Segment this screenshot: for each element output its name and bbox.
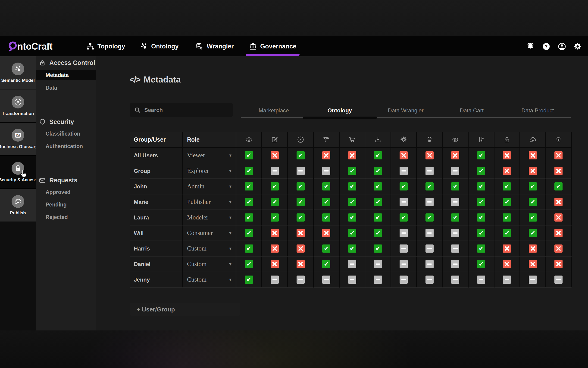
top-nav-item-wrangler[interactable]: Wrangler: [195, 36, 234, 56]
permission-allowed-check[interactable]: [477, 198, 485, 206]
sidebar-item-semantic-model[interactable]: Semantic Model: [0, 56, 36, 90]
permission-not-applicable-dash[interactable]: [271, 276, 279, 284]
role-dropdown-john[interactable]: Admin▾: [183, 179, 236, 194]
top-nav-item-ontology[interactable]: Ontology: [140, 36, 178, 56]
permission-denied-cross[interactable]: [400, 151, 408, 159]
permission-allowed-check[interactable]: [477, 245, 485, 253]
permission-denied-cross[interactable]: [529, 151, 537, 159]
permission-allowed-check[interactable]: [374, 182, 382, 191]
permission-denied-cross[interactable]: [425, 151, 434, 159]
tab-ontology[interactable]: Ontology: [307, 103, 373, 118]
sidebar-subitem-metadata[interactable]: Metadata: [36, 70, 96, 80]
permission-allowed-check[interactable]: [348, 167, 356, 175]
permission-allowed-check[interactable]: [245, 151, 253, 159]
permission-denied-cross[interactable]: [322, 229, 330, 237]
permission-allowed-check[interactable]: [529, 182, 537, 191]
permission-not-applicable-dash[interactable]: [271, 167, 279, 175]
permission-allowed-check[interactable]: [245, 229, 253, 237]
permission-denied-cross[interactable]: [554, 151, 562, 159]
permission-denied-cross[interactable]: [529, 245, 537, 253]
sidebar-subitem-approved[interactable]: Approved: [36, 187, 96, 197]
permission-allowed-check[interactable]: [322, 245, 330, 253]
permission-not-applicable-dash[interactable]: [425, 167, 434, 175]
sidebar-subitem-classification[interactable]: Classification: [36, 129, 96, 138]
help-icon[interactable]: ?: [542, 42, 551, 51]
permission-not-applicable-dash[interactable]: [451, 167, 459, 175]
permission-allowed-check[interactable]: [529, 198, 537, 206]
permission-allowed-check[interactable]: [271, 198, 279, 206]
permission-allowed-check[interactable]: [425, 213, 434, 221]
permission-not-applicable-dash[interactable]: [451, 276, 459, 284]
permission-not-applicable-dash[interactable]: [322, 167, 330, 175]
permission-allowed-check[interactable]: [477, 167, 485, 175]
permission-allowed-check[interactable]: [503, 198, 511, 206]
permission-not-applicable-dash[interactable]: [425, 198, 434, 206]
permission-denied-cross[interactable]: [529, 260, 537, 268]
permission-not-applicable-dash[interactable]: [400, 229, 408, 237]
permission-not-applicable-dash[interactable]: [529, 276, 537, 284]
permission-allowed-check[interactable]: [477, 229, 485, 237]
sidebar-subitem-rejected[interactable]: Rejected: [36, 212, 96, 222]
tab-data-cart[interactable]: Data Cart: [439, 103, 505, 118]
permission-not-applicable-dash[interactable]: [425, 229, 434, 237]
role-dropdown-harris[interactable]: Custom▾: [183, 241, 236, 257]
permission-not-applicable-dash[interactable]: [451, 260, 459, 268]
permission-allowed-check[interactable]: [348, 245, 356, 253]
permission-not-applicable-dash[interactable]: [348, 276, 356, 284]
permission-allowed-check[interactable]: [245, 213, 253, 221]
role-dropdown-daniel[interactable]: Custom▾: [183, 257, 236, 272]
permission-not-applicable-dash[interactable]: [503, 276, 511, 284]
permission-allowed-check[interactable]: [529, 229, 537, 237]
tab-data-product[interactable]: Data Product: [505, 103, 571, 118]
permission-allowed-check[interactable]: [503, 182, 511, 191]
permission-allowed-check[interactable]: [374, 198, 382, 206]
permission-denied-cross[interactable]: [271, 245, 279, 253]
permission-allowed-check[interactable]: [271, 213, 279, 221]
permission-not-applicable-dash[interactable]: [477, 276, 485, 284]
permission-not-applicable-dash[interactable]: [400, 260, 408, 268]
permission-not-applicable-dash[interactable]: [374, 260, 382, 268]
permission-allowed-check[interactable]: [374, 213, 382, 221]
permission-allowed-check[interactable]: [425, 182, 434, 191]
search-input[interactable]: Search: [130, 103, 233, 117]
settings-gear-icon[interactable]: [573, 42, 582, 51]
permission-allowed-check[interactable]: [477, 151, 485, 159]
brand-logo[interactable]: ntoCraft: [7, 36, 53, 56]
permission-allowed-check[interactable]: [322, 213, 330, 221]
role-dropdown-all-users[interactable]: Viewer▾: [183, 148, 236, 163]
role-dropdown-marie[interactable]: Publisher▾: [183, 194, 236, 210]
role-dropdown-jenny[interactable]: Custom▾: [183, 272, 236, 288]
permission-allowed-check[interactable]: [400, 182, 408, 191]
permission-denied-cross[interactable]: [503, 167, 511, 175]
permission-not-applicable-dash[interactable]: [322, 276, 330, 284]
permission-not-applicable-dash[interactable]: [451, 229, 459, 237]
permission-not-applicable-dash[interactable]: [400, 167, 408, 175]
permission-denied-cross[interactable]: [271, 229, 279, 237]
role-dropdown-laura[interactable]: Modeler▾: [183, 210, 236, 225]
sidebar-subitem-data[interactable]: Data: [36, 83, 96, 93]
role-dropdown-will[interactable]: Consumer▾: [183, 225, 236, 241]
permission-allowed-check[interactable]: [297, 213, 305, 221]
sidebar-item-business-glossary[interactable]: AaBusiness Glossary: [0, 123, 36, 156]
permission-not-applicable-dash[interactable]: [554, 276, 562, 284]
account-icon[interactable]: [558, 42, 566, 51]
permission-not-applicable-dash[interactable]: [374, 276, 382, 284]
sidebar-item-security-access[interactable]: Security & Access: [0, 156, 36, 189]
permission-denied-cross[interactable]: [554, 198, 562, 206]
permission-allowed-check[interactable]: [374, 151, 382, 159]
permission-denied-cross[interactable]: [297, 260, 305, 268]
permission-denied-cross[interactable]: [271, 151, 279, 159]
permission-not-applicable-dash[interactable]: [348, 260, 356, 268]
permission-allowed-check[interactable]: [348, 182, 356, 191]
permission-allowed-check[interactable]: [245, 167, 253, 175]
permission-allowed-check[interactable]: [322, 182, 330, 191]
permission-allowed-check[interactable]: [374, 245, 382, 253]
permission-denied-cross[interactable]: [503, 151, 511, 159]
permission-allowed-check[interactable]: [451, 182, 459, 191]
permission-allowed-check[interactable]: [503, 229, 511, 237]
permission-allowed-check[interactable]: [477, 260, 485, 268]
permission-denied-cross[interactable]: [503, 260, 511, 268]
permission-denied-cross[interactable]: [529, 167, 537, 175]
sidebar-item-transformation[interactable]: Transformation: [0, 90, 36, 123]
permission-allowed-check[interactable]: [297, 198, 305, 206]
